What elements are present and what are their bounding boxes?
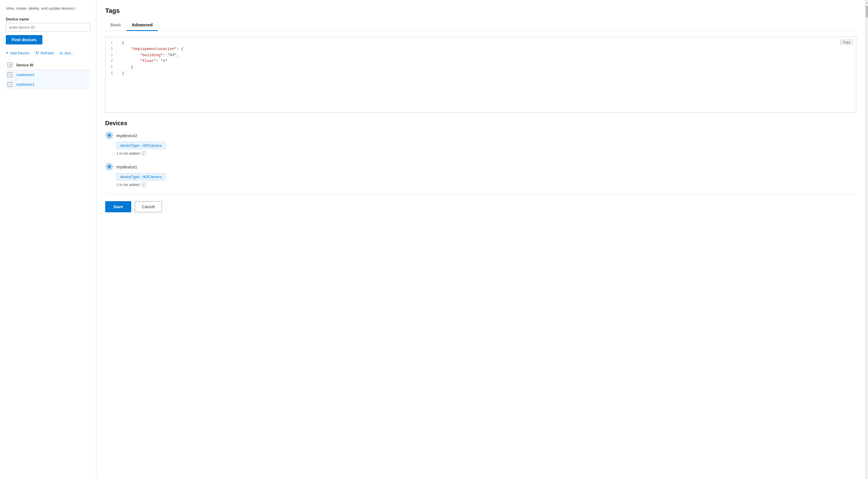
line-number: 1 <box>108 40 114 46</box>
assign-icon: ◎ <box>60 51 63 55</box>
add-icon: + <box>6 50 8 56</box>
add-device-button[interactable]: + Add Device <box>6 50 30 56</box>
info-icon[interactable]: i <box>142 182 146 187</box>
save-button[interactable]: Save <box>105 201 131 212</box>
add-info-text: 1 to be added <box>116 151 140 156</box>
row-checkbox[interactable]: ✓ <box>8 82 12 87</box>
svg-rect-9 <box>108 166 110 168</box>
line-number: 2 <box>108 46 114 52</box>
device-name: mydevice2 <box>116 133 137 138</box>
code-line: "floor": "1" <box>122 58 851 64</box>
device-id-input[interactable] <box>6 23 90 32</box>
tag-badge: deviceType : HDCamera <box>116 173 165 180</box>
code-editor[interactable]: Copy 123456 { "deploymentLocation": { "b… <box>105 37 856 113</box>
code-line: } <box>122 64 851 70</box>
device-id-cell[interactable]: mydevice2 <box>14 70 90 80</box>
info-icon[interactable]: i <box>142 151 146 156</box>
line-number: 6 <box>108 70 114 77</box>
code-line: } <box>122 70 851 77</box>
line-number: 3 <box>108 52 114 59</box>
device-entry-header: mydevice2 <box>105 131 856 140</box>
line-numbers: 123456 <box>105 40 117 77</box>
action-buttons: Save Cancel <box>105 201 856 212</box>
device-entry: mydevice2 deviceType : HDCamera 1 to be … <box>105 131 856 156</box>
refresh-button[interactable]: ↻ Refresh <box>35 50 54 56</box>
line-number: 5 <box>108 64 114 70</box>
table-row[interactable]: ✓ mydevice2 <box>6 70 90 80</box>
device-icon <box>105 131 114 140</box>
refresh-icon: ↻ <box>35 50 39 56</box>
tab-advanced[interactable]: Advanced <box>127 19 158 31</box>
tab-basic[interactable]: Basic <box>105 19 127 31</box>
device-id-cell[interactable]: mydevice1 <box>14 80 90 89</box>
cancel-button[interactable]: Cancel <box>135 201 162 212</box>
table-row[interactable]: ✓ mydevice1 <box>6 80 90 89</box>
subtitle: View, create, delete, and update devices… <box>6 6 90 11</box>
panel-title: Tags <box>105 7 856 14</box>
tabs-container: Basic Advanced <box>105 19 856 31</box>
code-line: "deploymentLocation": { <box>122 46 851 52</box>
device-icon <box>105 162 114 171</box>
divider <box>105 194 856 194</box>
copy-button[interactable]: Copy <box>840 39 853 45</box>
code-line: "building": "43", <box>122 52 851 59</box>
select-all-checkbox[interactable]: ✓ <box>8 63 12 67</box>
device-id-column-header: Device ID <box>17 63 34 67</box>
code-content: { "deploymentLocation": { "building": "4… <box>117 40 856 77</box>
scroll-up-arrow[interactable]: ▲ <box>865 1 868 5</box>
device-entry-header: mydevice1 <box>105 162 856 171</box>
add-info-text: 1 to be added <box>116 182 140 187</box>
add-info: 1 to be added i <box>116 151 856 156</box>
right-panel: Tags Basic Advanced Copy 123456 { "deplo… <box>96 0 865 479</box>
code-line: { <box>122 40 851 46</box>
device-name: mydevice1 <box>116 164 137 169</box>
svg-rect-2 <box>108 134 110 136</box>
tag-badge: deviceType : HDCamera <box>116 142 165 149</box>
scrollbar[interactable]: ▲ <box>865 0 868 479</box>
find-devices-button[interactable]: Find devices <box>6 35 42 44</box>
add-info: 1 to be added i <box>116 182 856 187</box>
device-name-label: Device name <box>6 17 90 21</box>
device-entry: mydevice1 deviceType : HDCamera 1 to be … <box>105 162 856 187</box>
line-number: 4 <box>108 58 114 64</box>
assign-button[interactable]: ◎ Ass... <box>60 51 74 55</box>
left-panel: View, create, delete, and update devices… <box>0 0 96 479</box>
scroll-thumb[interactable] <box>866 6 868 18</box>
device-toolbar: + Add Device ↻ Refresh ◎ Ass... <box>6 50 90 56</box>
devices-section-title: Devices <box>105 120 856 127</box>
devices-list: mydevice2 deviceType : HDCamera 1 to be … <box>105 131 856 187</box>
device-table: ✓ Device ID ✓ mydevice2 ✓ mydevice1 <box>6 60 90 89</box>
row-checkbox[interactable]: ✓ <box>8 72 12 77</box>
